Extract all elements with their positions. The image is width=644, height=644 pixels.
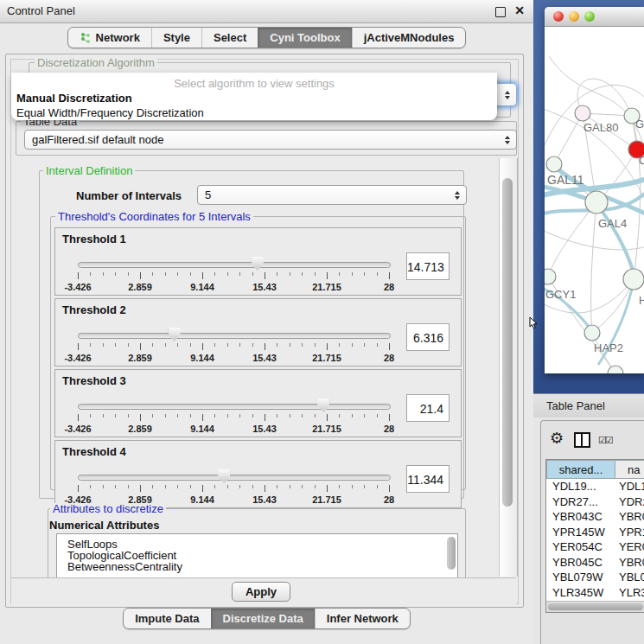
slider-scale-labels: -3.4262.8599.14415.4321.71528	[78, 353, 389, 363]
table-cell: YDL1	[615, 479, 644, 494]
table-row[interactable]: YBR043CYBR0	[546, 509, 644, 525]
threshold-value-field[interactable]: 21.4	[406, 394, 450, 422]
network-canvas[interactable]: GAL80GACGAL11GAL4GCY1HHAP2	[545, 26, 644, 373]
table-row[interactable]: YBL079WYBL0	[546, 570, 644, 585]
slider-track[interactable]	[78, 404, 391, 410]
numerical-attributes-label: Numerical Attributes	[49, 519, 159, 532]
tab-impute-data[interactable]: Impute Data	[124, 609, 210, 628]
float-window-icon[interactable]	[495, 7, 506, 17]
tab-style[interactable]: Style	[151, 28, 201, 48]
network-node-h-node[interactable]	[623, 269, 644, 290]
table-hscrollbar-thumb[interactable]	[548, 603, 643, 610]
slider-track[interactable]	[78, 333, 391, 339]
select-columns-icon[interactable]: ☑☑	[598, 435, 612, 446]
threshold-label: Threshold 4	[62, 445, 126, 458]
number-of-intervals-combobox[interactable]: 5	[197, 185, 467, 205]
table-data-combobox[interactable]: galFiltered.sif default node	[24, 130, 517, 150]
threshold-slider[interactable]: -3.4262.8599.14415.4321.71528	[78, 259, 389, 294]
table-row[interactable]: YDL19...YDL1	[546, 479, 644, 494]
slider-thumb[interactable]	[252, 257, 264, 271]
table-cell: YBR045C	[546, 555, 615, 571]
tab-cyni-toolbox-label: Cyni Toolbox	[270, 31, 340, 44]
column-layout-icon[interactable]	[574, 432, 590, 448]
network-node-hap2[interactable]	[584, 325, 600, 341]
zoom-traffic-light-icon[interactable]	[584, 11, 595, 22]
network-nodes[interactable]	[545, 105, 644, 373]
tab-cyni-toolbox[interactable]: Cyni Toolbox	[258, 28, 351, 48]
network-node-bottom-node[interactable]	[608, 366, 623, 373]
threshold-slider[interactable]: -3.4262.8599.14415.4321.71528	[78, 472, 389, 507]
tab-jactivemnodules[interactable]: jActiveMNodules	[352, 28, 466, 48]
screenshot-root: Control Panel ✕ NetworkStyleSelectCyni T…	[0, 0, 644, 644]
tab-jactivemnodules-label: jActiveMNodules	[364, 31, 455, 44]
table-cell: YDL19...	[546, 479, 615, 494]
table-cell: YBL079W	[546, 570, 615, 585]
gear-icon[interactable]: ⚙	[550, 429, 564, 448]
attributes-list-scrollbar[interactable]	[447, 537, 456, 570]
network-view-window: GAL80GACGAL11GAL4GCY1HHAP2	[545, 7, 644, 373]
table-row[interactable]: YER054CYER0	[546, 539, 644, 555]
tab-discretize-data[interactable]: Discretize Data	[211, 609, 315, 628]
network-node-gal80[interactable]	[575, 105, 590, 121]
slider-thumb[interactable]	[169, 328, 181, 341]
threshold-value-field[interactable]: 11.344	[406, 465, 450, 493]
node-attribute-table[interactable]: shared...na YDL19...YDL1YDR27...YDR2YBR0…	[545, 459, 644, 613]
numerical-attributes-list[interactable]: SelfLoopsTopologicalCoefficientBetweenne…	[56, 533, 458, 579]
slider-ticks	[78, 272, 389, 279]
table-row[interactable]: YPR145WYPR1	[546, 525, 644, 540]
table-column-header[interactable]: shared...	[546, 460, 615, 479]
top-tab-bar: NetworkStyleSelectCyni ToolboxjActiveMNo…	[0, 27, 533, 48]
apply-button[interactable]: Apply	[232, 582, 290, 602]
network-node-label: GA	[635, 118, 644, 131]
algorithm-dropdown-popup: Select algorithm to view settings Manual…	[11, 73, 497, 120]
algorithm-option-manual-discretization[interactable]: Manual Discretization	[16, 92, 132, 105]
threshold-row-threshold-2: Threshold 2-3.4262.8599.14415.4321.71528…	[54, 298, 462, 367]
settings-scrollbar-thumb[interactable]	[502, 178, 513, 507]
control-panel-window: Control Panel ✕ NetworkStyleSelectCyni T…	[0, 0, 533, 644]
threshold-label: Threshold 2	[62, 303, 126, 316]
tab-network[interactable]: Network	[68, 28, 151, 48]
tab-infer-network[interactable]: Infer Network	[315, 609, 410, 628]
network-node-gcy1[interactable]	[545, 269, 556, 284]
threshold-slider[interactable]: -3.4262.8599.14415.4321.71528	[78, 401, 389, 436]
slider-thumb[interactable]	[218, 469, 230, 483]
number-of-intervals-label: Number of Intervals	[76, 189, 182, 202]
slider-scale-labels: -3.4262.8599.14415.4321.71528	[78, 282, 389, 292]
network-node-label: GCY1	[545, 288, 576, 301]
threshold-slider[interactable]: -3.4262.8599.14415.4321.71528	[78, 330, 389, 365]
right-region: GAL80GACGAL11GAL4GCY1HHAP2 Table Panel ⚙…	[533, 0, 644, 644]
table-panel-title: Table Panel	[546, 394, 605, 418]
close-icon[interactable]: ✕	[514, 0, 525, 22]
mouse-cursor-icon	[529, 317, 539, 329]
slider-track[interactable]	[78, 475, 391, 481]
table-column-header[interactable]: na	[615, 460, 644, 479]
threshold-value-field[interactable]: 14.713	[406, 252, 450, 280]
tab-select[interactable]: Select	[201, 28, 258, 48]
algorithm-option-equal-width-frequency-discretization[interactable]: Equal Width/Frequency Discretization	[16, 106, 204, 119]
slider-thumb[interactable]	[317, 399, 329, 412]
table-row[interactable]: YLR345WYLR3	[546, 585, 644, 601]
threshold-value-field[interactable]: 6.316	[406, 323, 450, 351]
close-traffic-light-icon[interactable]	[553, 11, 564, 22]
table-hscrollbar-track[interactable]	[546, 601, 644, 612]
table-cell: YBR043C	[546, 509, 615, 525]
slider-track[interactable]	[78, 262, 391, 268]
network-node-gal11[interactable]	[546, 156, 562, 172]
table-cell: YBR0	[615, 509, 644, 525]
combo-arrows-icon	[505, 91, 510, 99]
network-node-label: H	[639, 294, 644, 307]
table-cell: YDR27...	[546, 494, 615, 510]
network-desktop: GAL80GACGAL11GAL4GCY1HHAP2	[533, 0, 644, 393]
bottom-tab-bar: Impute DataDiscretize DataInfer Network	[0, 608, 533, 629]
control-panel-title: Control Panel	[7, 0, 75, 22]
tab-style-label: Style	[163, 31, 190, 44]
slider-ticks	[78, 343, 389, 350]
table-panel-header: Table Panel	[533, 393, 644, 418]
network-node-gal4[interactable]	[585, 191, 608, 214]
attribute-item-betweennesscentrality[interactable]: BetweennessCentrality	[57, 561, 457, 572]
table-row[interactable]: YDR27...YDR2	[546, 494, 644, 510]
tab-select-label: Select	[214, 31, 246, 44]
network-node-label: C	[639, 154, 644, 167]
minimize-traffic-light-icon[interactable]	[569, 11, 579, 22]
table-row[interactable]: YBR045CYBR0	[546, 555, 644, 571]
